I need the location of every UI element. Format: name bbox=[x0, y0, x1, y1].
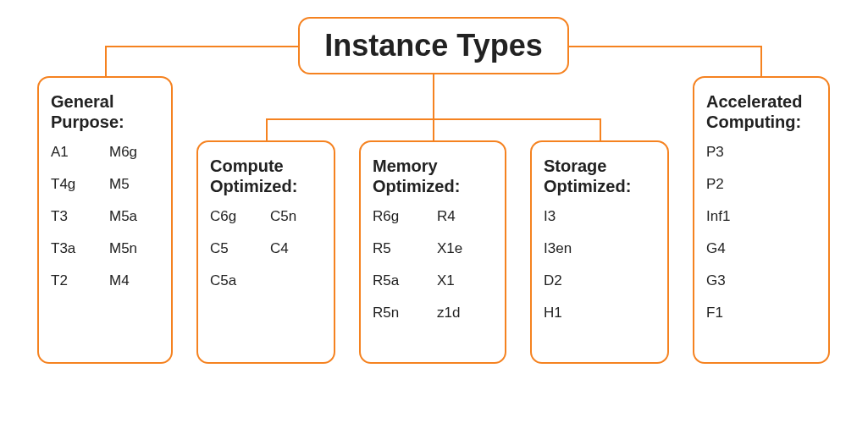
category-items: I3 I3en D2 H1 bbox=[544, 208, 655, 321]
instance-type: X1e bbox=[437, 240, 493, 257]
connector bbox=[760, 46, 762, 76]
instance-type: X1 bbox=[437, 272, 493, 289]
instance-type: M5n bbox=[109, 240, 159, 257]
connector bbox=[569, 46, 760, 47]
connector bbox=[600, 118, 601, 140]
instance-type: T3a bbox=[51, 240, 101, 257]
instance-type: z1d bbox=[437, 305, 493, 321]
category-accelerated-computing: Accelerated Computing: P3 P2 Inf1 G4 G3 … bbox=[693, 76, 830, 364]
root-node: Instance Types bbox=[298, 17, 569, 74]
instance-type: T2 bbox=[51, 272, 101, 289]
connector bbox=[105, 46, 107, 76]
instance-type: T4g bbox=[51, 176, 101, 193]
connector bbox=[433, 74, 434, 118]
connector bbox=[105, 46, 298, 47]
instance-type: R5 bbox=[373, 240, 428, 257]
category-items: A1 M6g T4g M5 T3 M5a T3a M5n T2 M4 bbox=[51, 144, 159, 289]
instance-type: M5 bbox=[109, 176, 159, 193]
instance-type: M4 bbox=[109, 272, 159, 289]
instance-type: Inf1 bbox=[706, 208, 816, 225]
category-title: Memory Optimized: bbox=[373, 156, 493, 196]
category-storage-optimized: Storage Optimized: I3 I3en D2 H1 bbox=[530, 140, 669, 364]
root-title: Instance Types bbox=[324, 28, 542, 63]
instance-type: M6g bbox=[109, 144, 159, 161]
instance-type: H1 bbox=[544, 305, 655, 321]
instance-type: C5n bbox=[270, 208, 322, 225]
instance-type: I3en bbox=[544, 240, 655, 257]
instance-type: R5a bbox=[373, 272, 428, 289]
instance-type: C5a bbox=[210, 272, 262, 289]
category-memory-optimized: Memory Optimized: R6g R4 R5 X1e R5a X1 R… bbox=[359, 140, 506, 364]
category-items: C6g C5n C5 C4 C5a bbox=[210, 208, 322, 289]
instance-type: P3 bbox=[706, 144, 816, 161]
instance-type: G4 bbox=[706, 240, 816, 257]
instance-type: C6g bbox=[210, 208, 262, 225]
connector bbox=[433, 118, 434, 140]
category-title: Compute Optimized: bbox=[210, 156, 322, 196]
category-general-purpose: General Purpose: A1 M6g T4g M5 T3 M5a T3… bbox=[37, 76, 173, 364]
category-compute-optimized: Compute Optimized: C6g C5n C5 C4 C5a bbox=[196, 140, 335, 364]
instance-type: C4 bbox=[270, 240, 322, 257]
instance-type: M5a bbox=[109, 208, 159, 225]
category-title: Storage Optimized: bbox=[544, 156, 655, 196]
instance-type: D2 bbox=[544, 272, 655, 289]
instance-type: F1 bbox=[706, 305, 816, 321]
instance-type: I3 bbox=[544, 208, 655, 225]
connector bbox=[266, 118, 268, 140]
instance-type: A1 bbox=[51, 144, 101, 161]
category-title: Accelerated Computing: bbox=[706, 91, 816, 132]
category-items: P3 P2 Inf1 G4 G3 F1 bbox=[706, 144, 816, 321]
instance-type: R6g bbox=[373, 208, 428, 225]
instance-type: P2 bbox=[706, 176, 816, 193]
instance-type: T3 bbox=[51, 208, 101, 225]
instance-type: G3 bbox=[706, 272, 816, 289]
instance-type: R5n bbox=[373, 305, 428, 321]
category-items: R6g R4 R5 X1e R5a X1 R5n z1d bbox=[373, 208, 493, 321]
category-title: General Purpose: bbox=[51, 91, 159, 132]
instance-type: C5 bbox=[210, 240, 262, 257]
instance-type: R4 bbox=[437, 208, 493, 225]
